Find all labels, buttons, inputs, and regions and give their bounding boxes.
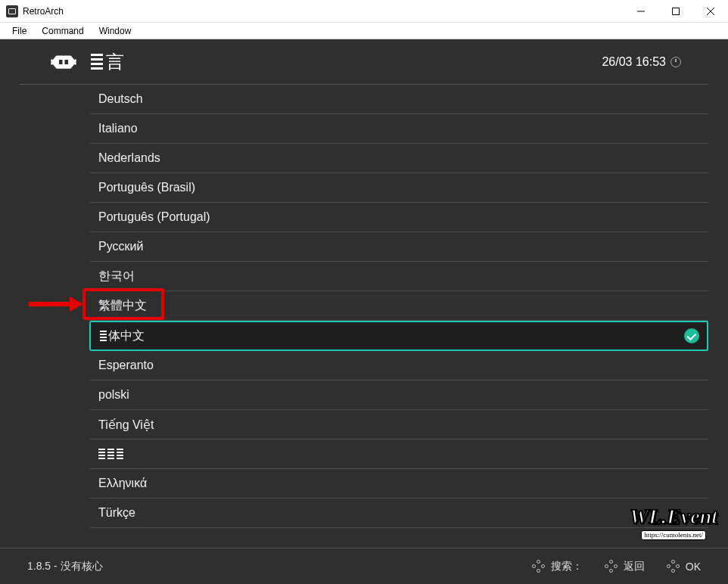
clock-icon xyxy=(670,57,681,67)
language-label: Ελληνικά xyxy=(98,477,147,490)
language-label: 한국어 xyxy=(98,269,135,284)
dots-icon xyxy=(531,560,545,573)
retroarch-footer: 1.8.5 - 没有核心 搜索： 返回 OK xyxy=(0,548,728,584)
language-label: Esperanto xyxy=(98,359,154,372)
language-row[interactable] xyxy=(89,440,708,469)
menu-command[interactable]: Command xyxy=(34,24,91,38)
language-row[interactable]: Русский xyxy=(89,232,708,262)
svg-marker-7 xyxy=(70,297,83,312)
language-label: Türkçe xyxy=(98,506,135,520)
language-label: 体中文 xyxy=(108,328,145,344)
footer-action-label: OK xyxy=(686,561,701,573)
close-button[interactable] xyxy=(693,0,728,23)
language-row[interactable]: Deutsch xyxy=(89,85,708,114)
menu-window[interactable]: Window xyxy=(92,24,139,38)
menubar: File Command Window xyxy=(0,23,728,39)
minimize-button[interactable] xyxy=(624,0,658,23)
language-row[interactable]: polski xyxy=(89,381,708,410)
language-list: DeutschItalianoNederlandsPortuguês (Bras… xyxy=(89,85,708,548)
language-row[interactable]: Português (Brasil) xyxy=(89,173,708,203)
language-label: Nederlands xyxy=(98,151,160,165)
window-title: RetroArch xyxy=(23,6,624,17)
maximize-button[interactable] xyxy=(658,0,693,23)
language-row[interactable]: 한국어 xyxy=(89,262,708,291)
bars-icon xyxy=(100,331,107,341)
language-row[interactable]: Italiano xyxy=(89,114,708,144)
svg-rect-5 xyxy=(65,60,69,64)
language-row[interactable]: 体中文 xyxy=(89,321,708,351)
retroarch-logo-icon xyxy=(50,54,77,70)
dots-icon xyxy=(666,560,680,573)
language-row[interactable]: Português (Portugal) xyxy=(89,203,708,232)
retroarch-main: 言 26/03 16:53 DeutschItalianoNederlandsP… xyxy=(0,39,728,584)
language-row[interactable]: Türkçe xyxy=(89,499,708,528)
footer-action-back[interactable]: 返回 xyxy=(604,560,645,573)
language-label: Italiano xyxy=(98,122,138,135)
svg-rect-1 xyxy=(673,8,680,14)
footer-action-search[interactable]: 搜索： xyxy=(531,560,583,573)
language-label: polski xyxy=(98,388,129,402)
language-row[interactable]: Nederlands xyxy=(89,144,708,173)
check-icon xyxy=(684,328,699,343)
menu-file[interactable]: File xyxy=(5,24,34,38)
footer-action-label: 返回 xyxy=(624,560,645,573)
status-text: 1.8.5 - 没有核心 xyxy=(27,560,531,573)
language-label: Tiếng Việt xyxy=(98,418,154,432)
language-row[interactable]: Tiếng Việt xyxy=(89,410,708,440)
language-row[interactable]: 繁體中文 xyxy=(89,291,708,321)
dots-icon xyxy=(604,560,618,573)
language-section-icon: 言 xyxy=(91,50,124,74)
datetime-display: 26/03 16:53 xyxy=(602,55,681,69)
footer-action-ok[interactable]: OK xyxy=(666,560,701,573)
bars-icon xyxy=(98,449,123,459)
window-titlebar: RetroArch xyxy=(0,0,728,23)
retroarch-header: 言 26/03 16:53 xyxy=(20,39,708,85)
footer-action-label: 搜索： xyxy=(551,560,583,573)
svg-rect-4 xyxy=(59,60,63,64)
language-label: Deutsch xyxy=(98,92,143,106)
language-row[interactable]: Ελληνικά xyxy=(89,469,708,499)
language-label: 繁體中文 xyxy=(98,298,147,314)
language-label: Português (Portugal) xyxy=(98,210,210,224)
language-label: Português (Brasil) xyxy=(98,181,195,194)
language-label: Русский xyxy=(98,240,143,253)
annotation-arrow-icon xyxy=(29,295,83,313)
app-icon xyxy=(6,5,18,17)
language-row[interactable]: Esperanto xyxy=(89,351,708,381)
